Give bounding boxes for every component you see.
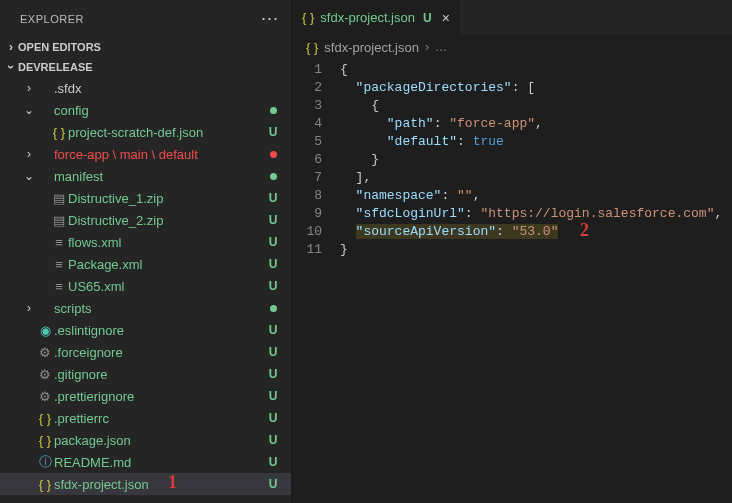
file-item[interactable]: ⚙ .forceignore U: [0, 341, 291, 363]
git-status-untracked: U: [265, 257, 281, 271]
git-status-untracked: U: [265, 235, 281, 249]
file-label: Distructive_1.zip: [68, 191, 265, 206]
line-number: 8: [292, 187, 322, 205]
file-item[interactable]: ≡ flows.xml U: [0, 231, 291, 253]
explorer-sidebar: EXPLORER ··· › OPEN EDITORS › DEVRELEASE…: [0, 0, 292, 503]
folder-item[interactable]: ⌄ config: [0, 99, 291, 121]
line-number: 1: [292, 61, 322, 79]
json-icon: { }: [306, 40, 318, 55]
file-label: Package.xml: [68, 257, 265, 272]
line-number: 2: [292, 79, 322, 97]
xml-icon: ≡: [50, 257, 68, 272]
json-icon: { }: [302, 10, 314, 25]
file-label: scripts: [54, 301, 265, 316]
info-icon: ⓘ: [36, 453, 54, 471]
xml-icon: ≡: [50, 235, 68, 250]
breadcrumb-file: sfdx-project.json: [324, 40, 419, 55]
git-status-untracked: U: [265, 125, 281, 139]
file-item[interactable]: ▤ Distructive_2.zip U: [0, 209, 291, 231]
git-status-untracked: U: [265, 345, 281, 359]
file-label: project-scratch-def.json: [68, 125, 265, 140]
line-number: 10: [292, 223, 322, 241]
close-icon[interactable]: ×: [442, 10, 450, 26]
git-status-untracked: U: [265, 323, 281, 337]
git-status-untracked: U: [265, 411, 281, 425]
git-status-untracked: U: [265, 477, 281, 491]
explorer-header: EXPLORER ···: [0, 0, 291, 37]
line-number: 11: [292, 241, 322, 259]
chevron-right-icon: ›: [22, 301, 36, 315]
tab-bar: { } sfdx-project.json U ×: [292, 0, 732, 35]
git-status-dot: [265, 173, 281, 180]
file-item[interactable]: ▤ Distructive_1.zip U: [0, 187, 291, 209]
file-label: sfdx-project.json: [54, 477, 265, 492]
json-icon: { }: [36, 411, 54, 426]
file-item[interactable]: ◉ .eslintignore U: [0, 319, 291, 341]
file-label: .gitignore: [54, 367, 265, 382]
file-item[interactable]: { } .prettierrc U: [0, 407, 291, 429]
file-label: flows.xml: [68, 235, 265, 250]
chevron-right-icon: ›: [22, 81, 36, 95]
more-actions-icon[interactable]: ···: [261, 8, 279, 29]
git-status-untracked: U: [265, 389, 281, 403]
chevron-right-icon: ›: [4, 40, 18, 54]
tab-filename: sfdx-project.json: [320, 10, 415, 25]
line-number: 4: [292, 115, 322, 133]
gear-icon: ⚙: [36, 345, 54, 360]
folder-item[interactable]: › scripts: [0, 297, 291, 319]
xml-icon: ≡: [50, 279, 68, 294]
file-label: .prettierrc: [54, 411, 265, 426]
json-icon: { }: [36, 433, 54, 448]
line-number: 6: [292, 151, 322, 169]
file-item[interactable]: ⚙ .gitignore U: [0, 363, 291, 385]
file-label: force-app \ main \ default: [54, 147, 265, 162]
code-content[interactable]: { "packageDirectories": [ { "path": "for…: [340, 61, 732, 503]
eslint-icon: ◉: [36, 323, 54, 338]
folder-item[interactable]: › .sfdx: [0, 77, 291, 99]
file-item[interactable]: ⚙ .prettierignore U: [0, 385, 291, 407]
file-item[interactable]: ≡ Package.xml U: [0, 253, 291, 275]
file-label: manifest: [54, 169, 265, 184]
file-item[interactable]: { } project-scratch-def.json U: [0, 121, 291, 143]
git-status-untracked: U: [265, 279, 281, 293]
line-number: 9: [292, 205, 322, 223]
project-label: DEVRELEASE: [18, 61, 93, 73]
chevron-down-icon: ›: [4, 60, 18, 74]
file-label: .eslintignore: [54, 323, 265, 338]
folder-item[interactable]: › force-app \ main \ default: [0, 143, 291, 165]
folder-item[interactable]: ⌄ manifest: [0, 165, 291, 187]
chevron-right-icon: ›: [425, 40, 429, 54]
chevron-down-icon: ⌄: [22, 103, 36, 117]
open-editors-section[interactable]: › OPEN EDITORS: [0, 37, 291, 57]
git-status-untracked: U: [265, 191, 281, 205]
annotation-2: 2: [580, 221, 589, 239]
file-label: .forceignore: [54, 345, 265, 360]
line-gutter: 1234567891011: [292, 61, 340, 503]
tab-sfdx-project[interactable]: { } sfdx-project.json U ×: [292, 0, 461, 35]
json-icon: { }: [50, 125, 68, 140]
file-label: README.md: [54, 455, 265, 470]
git-status-dot: [265, 305, 281, 312]
git-status-untracked: U: [265, 433, 281, 447]
chevron-down-icon: ⌄: [22, 169, 36, 183]
file-item[interactable]: ≡ US65.xml U: [0, 275, 291, 297]
file-item[interactable]: { } sfdx-project.json U 1: [0, 473, 291, 495]
file-label: package.json: [54, 433, 265, 448]
file-label: .sfdx: [54, 81, 265, 96]
zip-icon: ▤: [50, 191, 68, 206]
project-section[interactable]: › DEVRELEASE: [0, 57, 291, 77]
editor-area: { } sfdx-project.json U × { } sfdx-proje…: [292, 0, 732, 503]
line-number: 5: [292, 133, 322, 151]
file-item[interactable]: { } package.json U: [0, 429, 291, 451]
code-editor[interactable]: 1234567891011 { "packageDirectories": [ …: [292, 59, 732, 503]
explorer-title: EXPLORER: [20, 13, 84, 25]
json-icon: { }: [36, 477, 54, 492]
git-status-untracked: U: [265, 367, 281, 381]
gear-icon: ⚙: [36, 389, 54, 404]
git-status-untracked: U: [265, 213, 281, 227]
tab-status: U: [423, 11, 432, 25]
breadcrumb[interactable]: { } sfdx-project.json › …: [292, 35, 732, 59]
file-label: Distructive_2.zip: [68, 213, 265, 228]
file-item[interactable]: ⓘ README.md U: [0, 451, 291, 473]
line-number: 7: [292, 169, 322, 187]
